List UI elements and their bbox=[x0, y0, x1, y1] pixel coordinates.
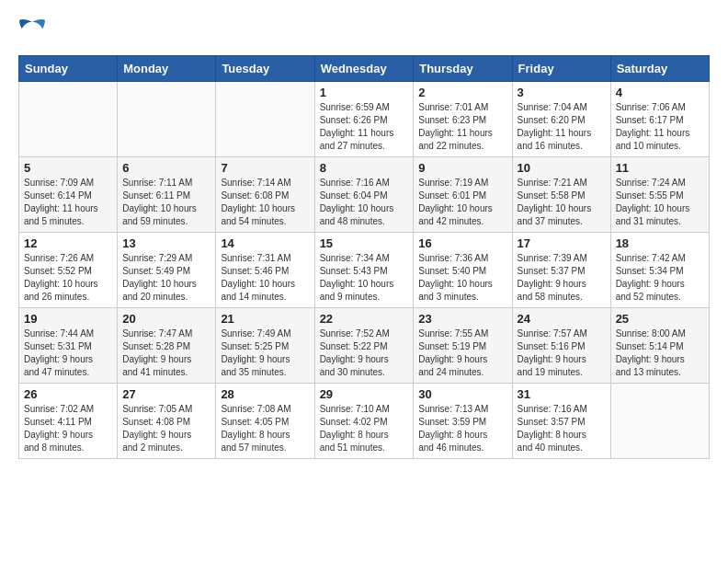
day-number: 24 bbox=[518, 312, 606, 326]
calendar-cell: 17Sunrise: 7:39 AM Sunset: 5:37 PM Dayli… bbox=[512, 233, 610, 308]
day-info: Sunrise: 7:06 AM Sunset: 6:17 PM Dayligh… bbox=[616, 101, 704, 153]
day-info: Sunrise: 7:39 AM Sunset: 5:37 PM Dayligh… bbox=[518, 252, 606, 304]
day-info: Sunrise: 7:08 AM Sunset: 4:05 PM Dayligh… bbox=[221, 403, 309, 454]
calendar-cell: 7Sunrise: 7:14 AM Sunset: 6:08 PM Daylig… bbox=[216, 157, 314, 233]
calendar-cell bbox=[216, 82, 314, 157]
calendar-cell: 4Sunrise: 7:06 AM Sunset: 6:17 PM Daylig… bbox=[610, 82, 709, 157]
calendar-cell: 23Sunrise: 7:55 AM Sunset: 5:19 PM Dayli… bbox=[414, 308, 512, 384]
calendar-cell: 30Sunrise: 7:13 AM Sunset: 3:59 PM Dayli… bbox=[414, 384, 512, 459]
day-info: Sunrise: 7:47 AM Sunset: 5:28 PM Dayligh… bbox=[122, 327, 210, 379]
day-number: 28 bbox=[221, 387, 309, 401]
calendar-cell: 11Sunrise: 7:24 AM Sunset: 5:55 PM Dayli… bbox=[610, 157, 709, 233]
day-number: 9 bbox=[418, 161, 506, 175]
day-number: 17 bbox=[518, 236, 606, 250]
day-number: 1 bbox=[320, 86, 409, 99]
day-info: Sunrise: 7:02 AM Sunset: 4:11 PM Dayligh… bbox=[24, 403, 112, 454]
calendar-cell: 21Sunrise: 7:49 AM Sunset: 5:25 PM Dayli… bbox=[216, 308, 314, 384]
day-info: Sunrise: 7:24 AM Sunset: 5:55 PM Dayligh… bbox=[616, 177, 704, 228]
day-number: 14 bbox=[221, 236, 309, 250]
column-header-thursday: Thursday bbox=[414, 56, 512, 82]
logo-icon bbox=[18, 18, 46, 46]
day-info: Sunrise: 7:31 AM Sunset: 5:46 PM Dayligh… bbox=[221, 252, 309, 304]
day-info: Sunrise: 7:11 AM Sunset: 6:11 PM Dayligh… bbox=[122, 177, 210, 228]
calendar-cell: 14Sunrise: 7:31 AM Sunset: 5:46 PM Dayli… bbox=[216, 233, 314, 308]
day-number: 27 bbox=[122, 387, 210, 401]
column-header-saturday: Saturday bbox=[610, 56, 709, 82]
day-info: Sunrise: 7:57 AM Sunset: 5:16 PM Dayligh… bbox=[518, 327, 606, 379]
day-number: 7 bbox=[221, 161, 309, 175]
day-info: Sunrise: 7:55 AM Sunset: 5:19 PM Dayligh… bbox=[418, 327, 506, 379]
calendar-cell: 28Sunrise: 7:08 AM Sunset: 4:05 PM Dayli… bbox=[216, 384, 314, 459]
day-info: Sunrise: 7:01 AM Sunset: 6:23 PM Dayligh… bbox=[418, 101, 506, 153]
day-number: 30 bbox=[418, 387, 506, 401]
day-number: 10 bbox=[518, 161, 606, 175]
calendar-week-row: 12Sunrise: 7:26 AM Sunset: 5:52 PM Dayli… bbox=[19, 233, 710, 308]
day-number: 3 bbox=[518, 86, 606, 99]
calendar-cell: 2Sunrise: 7:01 AM Sunset: 6:23 PM Daylig… bbox=[414, 82, 512, 157]
calendar-week-row: 26Sunrise: 7:02 AM Sunset: 4:11 PM Dayli… bbox=[19, 384, 710, 459]
calendar-cell bbox=[610, 384, 709, 459]
day-number: 19 bbox=[24, 312, 112, 326]
calendar-cell: 31Sunrise: 7:16 AM Sunset: 3:57 PM Dayli… bbox=[512, 384, 610, 459]
column-header-tuesday: Tuesday bbox=[216, 56, 314, 82]
calendar-cell: 12Sunrise: 7:26 AM Sunset: 5:52 PM Dayli… bbox=[19, 233, 118, 308]
day-number: 22 bbox=[320, 312, 409, 326]
day-info: Sunrise: 7:29 AM Sunset: 5:49 PM Dayligh… bbox=[122, 252, 210, 304]
calendar-cell: 3Sunrise: 7:04 AM Sunset: 6:20 PM Daylig… bbox=[512, 82, 610, 157]
column-header-sunday: Sunday bbox=[19, 56, 118, 82]
day-info: Sunrise: 7:10 AM Sunset: 4:02 PM Dayligh… bbox=[320, 403, 409, 454]
day-info: Sunrise: 6:59 AM Sunset: 6:26 PM Dayligh… bbox=[320, 101, 409, 153]
day-info: Sunrise: 7:04 AM Sunset: 6:20 PM Dayligh… bbox=[518, 101, 606, 153]
day-number: 4 bbox=[616, 86, 704, 99]
calendar-cell: 20Sunrise: 7:47 AM Sunset: 5:28 PM Dayli… bbox=[118, 308, 216, 384]
day-number: 25 bbox=[616, 312, 704, 326]
day-number: 8 bbox=[320, 161, 409, 175]
calendar-week-row: 5Sunrise: 7:09 AM Sunset: 6:14 PM Daylig… bbox=[19, 157, 710, 233]
calendar-cell: 24Sunrise: 7:57 AM Sunset: 5:16 PM Dayli… bbox=[512, 308, 610, 384]
day-info: Sunrise: 7:19 AM Sunset: 6:01 PM Dayligh… bbox=[418, 177, 506, 228]
day-info: Sunrise: 7:21 AM Sunset: 5:58 PM Dayligh… bbox=[518, 177, 606, 228]
calendar-table: SundayMondayTuesdayWednesdayThursdayFrid… bbox=[18, 55, 710, 459]
calendar-cell: 5Sunrise: 7:09 AM Sunset: 6:14 PM Daylig… bbox=[19, 157, 118, 233]
calendar-cell: 26Sunrise: 7:02 AM Sunset: 4:11 PM Dayli… bbox=[19, 384, 118, 459]
page-header bbox=[18, 18, 710, 46]
column-header-friday: Friday bbox=[512, 56, 610, 82]
day-info: Sunrise: 7:16 AM Sunset: 3:57 PM Dayligh… bbox=[518, 403, 606, 454]
day-number: 23 bbox=[418, 312, 506, 326]
day-number: 21 bbox=[221, 312, 309, 326]
calendar-cell: 15Sunrise: 7:34 AM Sunset: 5:43 PM Dayli… bbox=[314, 233, 414, 308]
day-info: Sunrise: 7:16 AM Sunset: 6:04 PM Dayligh… bbox=[320, 177, 409, 228]
day-number: 6 bbox=[122, 161, 210, 175]
calendar-cell bbox=[118, 82, 216, 157]
day-number: 15 bbox=[320, 236, 409, 250]
calendar-week-row: 19Sunrise: 7:44 AM Sunset: 5:31 PM Dayli… bbox=[19, 308, 710, 384]
day-number: 26 bbox=[24, 387, 112, 401]
day-number: 5 bbox=[24, 161, 112, 175]
calendar-cell: 6Sunrise: 7:11 AM Sunset: 6:11 PM Daylig… bbox=[118, 157, 216, 233]
calendar-cell: 27Sunrise: 7:05 AM Sunset: 4:08 PM Dayli… bbox=[118, 384, 216, 459]
day-number: 2 bbox=[418, 86, 506, 99]
day-number: 11 bbox=[616, 161, 704, 175]
day-info: Sunrise: 7:34 AM Sunset: 5:43 PM Dayligh… bbox=[320, 252, 409, 304]
calendar-cell: 29Sunrise: 7:10 AM Sunset: 4:02 PM Dayli… bbox=[314, 384, 414, 459]
calendar-cell: 16Sunrise: 7:36 AM Sunset: 5:40 PM Dayli… bbox=[414, 233, 512, 308]
calendar-cell: 18Sunrise: 7:42 AM Sunset: 5:34 PM Dayli… bbox=[610, 233, 709, 308]
day-info: Sunrise: 7:44 AM Sunset: 5:31 PM Dayligh… bbox=[24, 327, 112, 379]
day-info: Sunrise: 7:52 AM Sunset: 5:22 PM Dayligh… bbox=[320, 327, 409, 379]
day-info: Sunrise: 8:00 AM Sunset: 5:14 PM Dayligh… bbox=[616, 327, 704, 379]
day-number: 12 bbox=[24, 236, 112, 250]
calendar-cell: 1Sunrise: 6:59 AM Sunset: 6:26 PM Daylig… bbox=[314, 82, 414, 157]
day-info: Sunrise: 7:49 AM Sunset: 5:25 PM Dayligh… bbox=[221, 327, 309, 379]
day-number: 16 bbox=[418, 236, 506, 250]
column-header-monday: Monday bbox=[118, 56, 216, 82]
calendar-header-row: SundayMondayTuesdayWednesdayThursdayFrid… bbox=[19, 56, 710, 82]
day-info: Sunrise: 7:42 AM Sunset: 5:34 PM Dayligh… bbox=[616, 252, 704, 304]
calendar-week-row: 1Sunrise: 6:59 AM Sunset: 6:26 PM Daylig… bbox=[19, 82, 710, 157]
day-info: Sunrise: 7:36 AM Sunset: 5:40 PM Dayligh… bbox=[418, 252, 506, 304]
day-info: Sunrise: 7:13 AM Sunset: 3:59 PM Dayligh… bbox=[418, 403, 506, 454]
day-number: 31 bbox=[518, 387, 606, 401]
day-number: 13 bbox=[122, 236, 210, 250]
day-info: Sunrise: 7:14 AM Sunset: 6:08 PM Dayligh… bbox=[221, 177, 309, 228]
day-info: Sunrise: 7:09 AM Sunset: 6:14 PM Dayligh… bbox=[24, 177, 112, 228]
calendar-cell: 22Sunrise: 7:52 AM Sunset: 5:22 PM Dayli… bbox=[314, 308, 414, 384]
